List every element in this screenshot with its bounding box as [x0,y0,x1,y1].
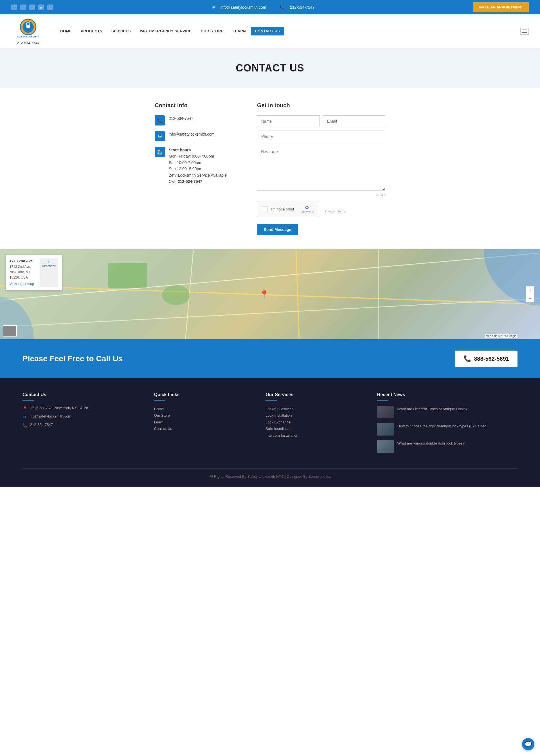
footer-quicklinks-divider [154,400,165,401]
footer-news: Recent News What are Different Types of … [377,392,517,457]
footer-services-divider [265,400,277,401]
nav-emergency[interactable]: 24/7 EMERGENCY SERVICE [136,27,196,36]
hours-item: 🏪 Store hours Mon- Friday: 9:00-7:00pm S… [155,147,240,185]
view-larger-map-link[interactable]: View larger map [10,281,37,287]
contact-email: info@safetylocksmith.com [169,131,214,137]
call-phone-number: 888-562-5691 [474,356,509,362]
name-input[interactable] [257,115,320,127]
form-heading: Get in touch [257,102,385,109]
footer-grid: Contact Us 📍 1713 2nd Ave, New York, NY … [23,392,517,457]
twitter-icon[interactable]: t [29,5,35,10]
call-phone-button[interactable]: 📞 888-562-5691 [455,351,517,367]
nav-products[interactable]: PRODUCTS [77,27,106,36]
instagram-icon[interactable]: i [20,5,26,10]
footer-news-heading: Recent News [377,392,517,397]
copyright-text: All Rights Reserved By Safety Locksmith … [209,474,331,479]
email-input[interactable] [323,115,385,127]
news-link-2[interactable]: How to choose the right deadbolt lock ty… [397,423,488,429]
char-count: 0 / 180 [257,193,385,196]
news-item-2: How to choose the right deadbolt lock ty… [377,423,517,435]
footer-service-safe[interactable]: Safe Installation [265,426,292,431]
map-placeholder: 1713 2nd Ave 1713 2nd Ave, New York, NY … [0,249,540,339]
facebook-icon[interactable]: f [11,5,17,10]
captcha-row: I'm not a robot ♻ reCAPTCHA Privacy - Te… [257,201,385,222]
zoom-out-button[interactable]: − [526,294,534,302]
captcha-box[interactable]: I'm not a robot ♻ reCAPTCHA [257,201,319,217]
appointment-button[interactable]: MAKE AN APPOINTMENT [473,2,529,12]
footer-news-divider [377,400,388,401]
news-link-1[interactable]: What are Different Types of Antique Lock… [397,406,468,412]
get-in-touch-form: Get in touch 0 / 180 I'm not a robot ♻ r… [257,102,385,235]
form-phone-row [257,131,385,142]
nav-learn[interactable]: LEARN [229,27,250,36]
footer-email-item: ✉ info@safetylocksmith.com [23,414,143,419]
hours-icon: 🏪 [155,147,165,157]
footer-address-item: 📍 1713 2nd Ave, New York, NY 10128 [23,406,143,411]
topbar-email[interactable]: info@safetylocksmith.com [220,5,266,10]
captcha-label: I'm not a robot [271,207,294,211]
footer-link-contact[interactable]: Contact Us [154,426,172,431]
directions-button[interactable]: ✈ Directions [40,258,58,287]
nav-services[interactable]: SERVICES [107,27,135,36]
map-pin: 📍 [259,290,269,299]
main-nav: HOME PRODUCTS SERVICES 24/7 EMERGENCY SE… [56,27,517,36]
mobile-menu-button[interactable] [520,28,529,35]
footer-address: 1713 2nd Ave, New York, NY 10128 [30,406,88,410]
zoom-in-button[interactable]: + [526,286,534,294]
contact-info-heading: Contact info [155,102,240,109]
call-section: Please Feel Free to Call Us 📞 888-562-56… [0,339,540,378]
logo-image: SAFETY LOCKSMITH [11,17,45,40]
footer-contact-heading: Contact Us [23,392,143,397]
news-link-3[interactable]: What are various double door lock types? [397,440,465,446]
nav-home[interactable]: HOME [56,27,76,36]
footer-service-intercom[interactable]: Intercom Installation [265,433,298,437]
footer-contact: Contact Us 📍 1713 2nd Ave, New York, NY … [23,392,143,457]
map-popup-content: 1713 2nd Ave 1713 2nd Ave, New York, NY … [10,258,37,287]
footer-bottom: All Rights Reserved By Safety Locksmith … [23,468,517,479]
footer-service-lockout[interactable]: Lockout Services [265,407,293,411]
logo-phone: 212-534-7547 [17,41,40,45]
footer: Contact Us 📍 1713 2nd Ave, New York, NY … [0,378,540,487]
form-row-name-email [257,115,385,127]
phone-item: 📞 212-534-7547 [155,115,240,125]
phone-number: 212-534-7547 [169,115,193,121]
nav-contact[interactable]: CONTACT US [251,27,284,36]
footer-link-home[interactable]: Home [154,407,164,411]
footer-services-heading: Our Services [265,392,366,397]
nav-store[interactable]: OUR STORE [197,27,227,36]
footer-contact-divider [23,400,34,401]
email-contact-icon: ✉ [155,131,165,141]
footer-quicklinks: Quick Links Home Our Store Learn Contact… [154,392,254,457]
footer-link-learn[interactable]: Learn [154,420,163,424]
footer-email: info@safetylocksmith.com [29,414,71,418]
directions-label: Directions [42,264,56,267]
news-thumb-3 [377,440,394,453]
phone-input[interactable] [257,131,385,142]
contact-info-bar: ✉ info@safetylocksmith.com 📞 212-534-754… [211,5,315,10]
directions-icon: ✈ [48,260,50,264]
map-popup-address: 1713 2nd Ave, New York, NY 10128, USA [10,264,37,280]
call-phone-icon: 📞 [464,355,471,363]
phone-icon: 📞 [280,5,284,10]
svg-text:SAFETY LOCKSMITH: SAFETY LOCKSMITH [17,36,39,38]
phone-contact-icon: 📞 [155,115,165,125]
message-textarea[interactable] [257,146,385,191]
footer-phone: 212-534-7547 [30,423,53,427]
map-popup-title: 1713 2nd Ave [10,258,37,264]
header: SAFETY LOCKSMITH 212-534-7547 HOME PRODU… [0,14,540,48]
footer-quicklinks-list: Home Our Store Learn Contact Us [154,406,254,432]
captcha-checkbox[interactable] [262,206,267,212]
logo[interactable]: SAFETY LOCKSMITH 212-534-7547 [11,17,45,45]
form-message-row [257,146,385,192]
footer-service-lock-exchange[interactable]: Lock Exchange [265,420,291,424]
news-item-1: What are Different Types of Antique Lock… [377,406,517,418]
topbar-phone[interactable]: 212-534-7547 [290,5,315,10]
pinterest-icon[interactable]: p [38,5,44,10]
footer-phone-item: 📞 212-534-7547 [23,423,143,428]
footer-service-lock-install[interactable]: Lock Installation [265,413,292,417]
linkedin-icon[interactable]: in [47,5,53,10]
footer-link-store[interactable]: Our Store [154,413,170,417]
top-bar: f i t p in ✉ info@safetylocksmith.com 📞 … [0,0,540,14]
contact-info: Contact info 📞 212-534-7547 ✉ info@safet… [155,102,240,235]
send-message-button[interactable]: Send Message [257,224,298,235]
